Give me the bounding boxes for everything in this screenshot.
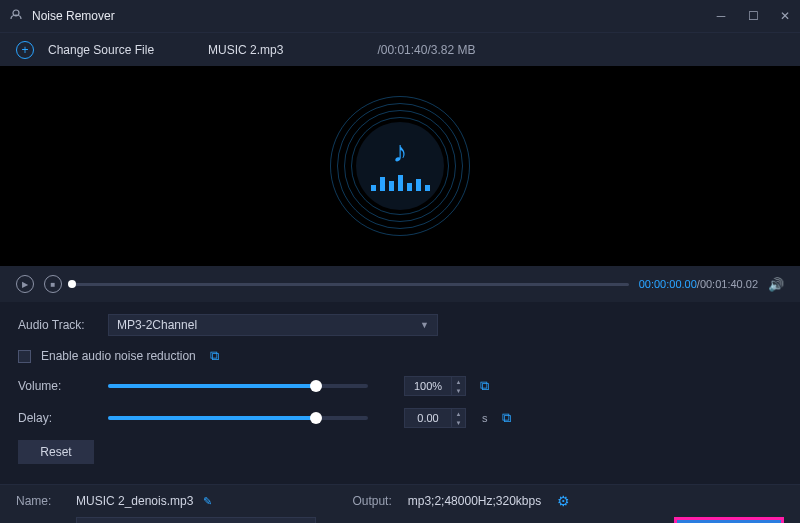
volume-compare-icon[interactable]: ⧉ [480, 378, 489, 394]
app-icon [8, 8, 24, 24]
name-label: Name: [16, 494, 66, 508]
noise-reduction-label: Enable audio noise reduction [41, 349, 196, 363]
play-button[interactable]: ▶ [16, 275, 34, 293]
audio-track-label: Audio Track: [18, 318, 98, 332]
settings-panel: Audio Track: MP3-2Channel ▼ Enable audio… [0, 302, 800, 484]
save-path-select[interactable]: C:\Vidmore\Vidmore V...verter\Noise Remo… [76, 517, 316, 523]
output-format: mp3;2;48000Hz;320kbps [408, 494, 541, 508]
time-total: /00:01:40.02 [697, 278, 758, 290]
titlebar: Noise Remover ─ ☐ ✕ [0, 0, 800, 32]
source-meta: /00:01:40/3.82 MB [377, 43, 475, 57]
output-name: MUSIC 2_denois.mp3 [76, 494, 193, 508]
audio-visualizer: ♪ [330, 96, 470, 236]
player-bar: ▶ ■ 00:00:00.00/00:01:40.02 🔊 [0, 266, 800, 302]
compare-icon[interactable]: ⧉ [210, 348, 219, 364]
footer-panel: Name: MUSIC 2_denois.mp3 ✎ Output: mp3;2… [0, 484, 800, 523]
preview-area: ♪ [0, 66, 800, 266]
volume-slider[interactable] [108, 384, 368, 388]
playback-time: 00:00:00.00/00:01:40.02 [639, 278, 758, 290]
delay-label: Delay: [18, 411, 98, 425]
delay-compare-icon[interactable]: ⧉ [502, 410, 511, 426]
volume-value: 100% [405, 380, 451, 392]
edit-name-icon[interactable]: ✎ [203, 495, 212, 508]
audio-track-select[interactable]: MP3-2Channel ▼ [108, 314, 438, 336]
volume-spinner[interactable]: 100% ▲▼ [404, 376, 466, 396]
chevron-down-icon: ▼ [420, 320, 429, 330]
noise-reduction-checkbox[interactable] [18, 350, 31, 363]
maximize-button[interactable]: ☐ [746, 9, 760, 23]
stop-button[interactable]: ■ [44, 275, 62, 293]
volume-label: Volume: [18, 379, 98, 393]
add-source-icon[interactable]: + [16, 41, 34, 59]
delay-up-button[interactable]: ▲ [452, 409, 465, 418]
change-source-button[interactable]: Change Source File [48, 43, 154, 57]
export-button[interactable]: Export [674, 517, 784, 523]
time-current: 00:00:00.00 [639, 278, 697, 290]
volume-icon[interactable]: 🔊 [768, 277, 784, 292]
minimize-button[interactable]: ─ [714, 9, 728, 23]
audio-track-value: MP3-2Channel [117, 318, 197, 332]
output-settings-icon[interactable]: ⚙ [557, 493, 570, 509]
source-toolbar: + Change Source File MUSIC 2.mp3 /00:01:… [0, 32, 800, 66]
delay-value: 0.00 [405, 412, 451, 424]
output-label: Output: [352, 494, 391, 508]
delay-suffix: s [482, 412, 488, 424]
volume-up-button[interactable]: ▲ [452, 377, 465, 386]
volume-down-button[interactable]: ▼ [452, 386, 465, 395]
reset-button[interactable]: Reset [18, 440, 94, 464]
window-controls: ─ ☐ ✕ [714, 9, 792, 23]
window-title: Noise Remover [32, 9, 714, 23]
source-filename: MUSIC 2.mp3 [208, 43, 283, 57]
delay-spinner[interactable]: 0.00 ▲▼ [404, 408, 466, 428]
close-button[interactable]: ✕ [778, 9, 792, 23]
delay-slider[interactable] [108, 416, 368, 420]
delay-down-button[interactable]: ▼ [452, 418, 465, 427]
seek-slider[interactable] [72, 283, 629, 286]
